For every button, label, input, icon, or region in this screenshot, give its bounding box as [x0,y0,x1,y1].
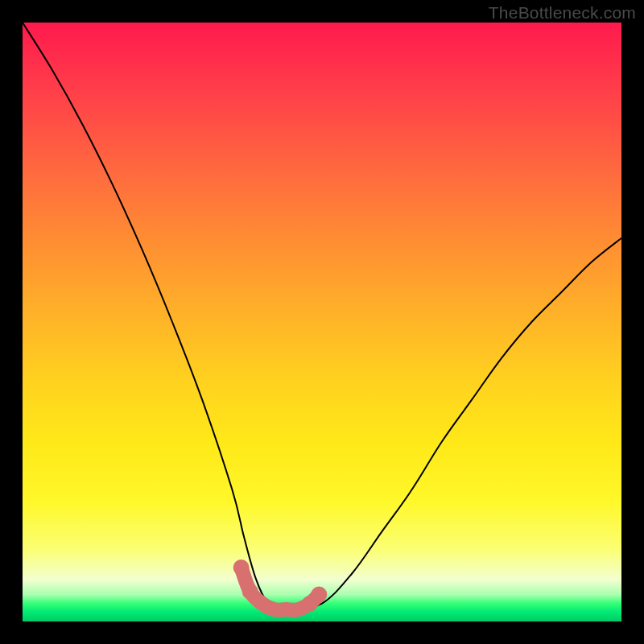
watermark-text: TheBottleneck.com [489,3,636,23]
bottleneck-curve-line [23,23,621,610]
optimal-marker-dot [311,587,327,603]
curve-svg [23,23,621,621]
plot-area [23,23,621,621]
optimal-marker-dot [242,584,258,600]
chart-frame: TheBottleneck.com [0,0,644,644]
optimal-marker-dot [233,559,250,576]
